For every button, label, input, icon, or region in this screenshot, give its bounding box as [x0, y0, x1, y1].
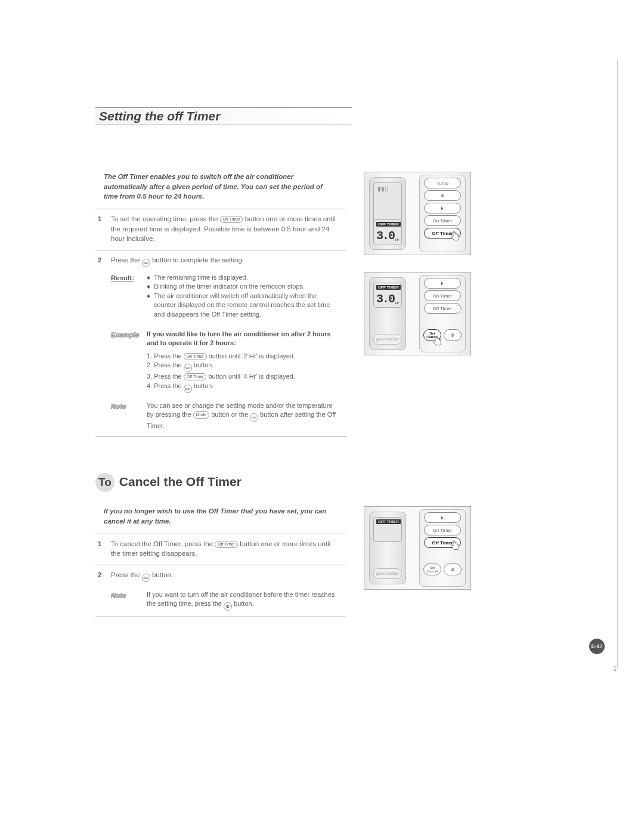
example-label: Example: [111, 330, 142, 340]
to-bubble: To: [95, 473, 114, 492]
left-column: The Off Timer enables you to switch off …: [95, 172, 346, 437]
bullet: The remaining time is displayed.: [147, 273, 338, 282]
page-number: 1: [613, 665, 617, 672]
remote-lcd-timer: OFF TIMER 3.0 Hr: [373, 219, 402, 244]
text: button.: [192, 361, 214, 368]
cancel-step-1: 1 To cancel the Off Timer, press the Off…: [95, 534, 346, 565]
section-header: Setting the off Timer: [95, 107, 352, 125]
cancel-note-block: Note If you want to turn off the air con…: [111, 590, 338, 611]
text: button until '2 Hr' is displayed.: [207, 352, 296, 360]
swing-button: ⏵: [424, 512, 461, 523]
step-body: Press the Set button to complete the set…: [111, 255, 338, 431]
cancel-intro: If you no longer wish to use the Off Tim…: [95, 506, 346, 534]
text: 4. Press the: [147, 382, 184, 389]
off-timer-button: Off Timer: [424, 303, 461, 314]
step-2: 2 Press the Set button to complete the s…: [95, 250, 346, 437]
result-block: Result: The remaining time is displayed.…: [111, 273, 338, 319]
text: button or the: [209, 411, 250, 418]
set-button-icon: Set: [184, 364, 192, 372]
remote-body-right: ⏵ On Timer Off Timer Set Cancel ⏻: [419, 275, 466, 352]
text: Press the: [111, 571, 142, 578]
text: To cancel the Off Timer, press the: [111, 540, 215, 547]
bullet: Blinking of the timer indicator on the r…: [147, 282, 338, 291]
lcd-hr: Hr: [395, 238, 399, 241]
text: 3. Press the: [147, 373, 184, 380]
text: 1. Press the: [147, 352, 184, 360]
step-number: 1: [98, 539, 111, 559]
off-timer-label-icon: Off Timer: [215, 541, 238, 548]
step-body: To set the operating time, press the Off…: [111, 214, 338, 244]
step-number: 2: [98, 570, 111, 611]
text: button until '4 Hr' is displayed.: [206, 373, 295, 380]
set-cancel-button: Set Cancel: [423, 563, 441, 575]
lcd-label: OFF TIMER: [376, 519, 401, 524]
step-1: 1 To set the operating time, press the O…: [95, 209, 346, 250]
temp-button-icon: +/-: [250, 413, 258, 422]
result-label: Result:: [111, 273, 142, 283]
text: To set the operating time, press the: [111, 215, 220, 222]
intro-text: The Off Timer enables you to switch off …: [95, 172, 346, 209]
lcd-digits: 3.0: [376, 292, 394, 306]
set-button-icon: Set: [142, 574, 150, 582]
example-line-1: 1. Press the On Timer button until '2 Hr…: [147, 352, 338, 361]
cancel-heading: To Cancel the Off Timer: [95, 473, 590, 492]
note-block: Note You can see or change the setting m…: [111, 401, 338, 431]
vertical-divider: [617, 60, 618, 668]
remote-body-right: Turbo ❄ ⏵ On Timer Off Timer: [419, 175, 466, 252]
remote-lcd-timer: OFF TIMER 3.0 Hr: [373, 283, 402, 308]
cool-button: ❄: [424, 190, 461, 201]
small-button-pair: Set Cancel ⏻: [423, 329, 462, 341]
turbo-button: Turbo: [424, 178, 461, 188]
lcd-hr: Hr: [395, 301, 399, 305]
power-button: ⏻: [444, 329, 462, 341]
lcd-label: OFF TIMER: [376, 222, 401, 227]
text: Press the: [111, 256, 142, 264]
remote-illustration-3: OFF TIMER good'sleep ⏵ On Timer Off Time…: [364, 506, 471, 590]
text: button to complete the setting.: [150, 256, 244, 264]
example-block: Example If you would like to turn the ai…: [111, 330, 338, 393]
page: Setting the off Timer The Off Timer enab…: [0, 0, 644, 833]
left-column-2: If you no longer wish to use the Off Tim…: [95, 506, 346, 617]
remote-lcd: ▮▮▯: [373, 182, 402, 223]
page-label-badge: E-17: [589, 639, 605, 654]
remote-illustration-1: ▮▮▯ OFF TIMER 3.0 Hr Turbo ❄ ⏵ On Timer: [364, 172, 471, 255]
remote-body-left: OFF TIMER good'sleep: [369, 512, 406, 584]
example-bold: If you would like to turn the air condit…: [147, 330, 338, 348]
page-title: Setting the off Timer: [99, 109, 352, 123]
note-label: Note: [111, 401, 142, 411]
lcd-digits: 3.0: [376, 229, 394, 243]
swing-button: ⏵: [424, 278, 461, 289]
remote-illustration-2: OFF TIMER 3.0 Hr good'sleep ⏵ On Timer O…: [364, 272, 471, 355]
bullet: The air conditioner will switch off auto…: [147, 292, 338, 319]
cancel-title: To Cancel the Off Timer: [95, 473, 590, 492]
note-label: Note: [111, 590, 142, 600]
on-timer-button: On Timer: [424, 290, 461, 301]
small-button-pair: Set Cancel ⏻: [423, 563, 462, 575]
mode-label-icon: Mode: [193, 411, 210, 419]
lcd-label: OFF TIMER: [376, 285, 401, 290]
remote-lcd-timer: OFF TIMER: [373, 517, 402, 542]
swing-button: ⏵: [424, 203, 461, 213]
text: button.: [232, 600, 254, 607]
power-button-icon: ⏻: [224, 602, 232, 611]
step-body: To cancel the Off Timer, press the Off T…: [111, 539, 338, 559]
content-area: Setting the off Timer The Off Timer enab…: [95, 107, 590, 617]
example-line-3: 3. Press the Off Timer button until '4 H…: [147, 372, 338, 381]
cancel-heading-text: Cancel the Off Timer: [116, 475, 242, 488]
set-button-icon: Set: [184, 385, 192, 393]
off-timer-label-icon: Off Timer: [184, 373, 207, 380]
main-row-1: The Off Timer enables you to switch off …: [95, 172, 590, 437]
note-content: If you want to turn off the air conditio…: [147, 590, 338, 611]
example-line-4: 4. Press the Set button.: [147, 382, 338, 393]
step-number: 1: [98, 214, 111, 244]
right-column-2: OFF TIMER good'sleep ⏵ On Timer Off Time…: [364, 506, 471, 617]
step-number: 2: [98, 255, 111, 431]
text: button.: [192, 382, 214, 389]
remote-body-left: OFF TIMER 3.0 Hr good'sleep: [369, 277, 406, 350]
cancel-step-2: 2 Press the Set button. Note If you want…: [95, 565, 346, 617]
example-line-2: 2. Press the Set button.: [147, 361, 338, 372]
text: 2. Press the: [147, 361, 184, 368]
off-timer-button: Off Timer: [424, 537, 461, 548]
right-column-1: ▮▮▯ OFF TIMER 3.0 Hr Turbo ❄ ⏵ On Timer: [364, 172, 471, 437]
remote-body-right: ⏵ On Timer Off Timer Set Cancel ⏻: [419, 509, 466, 587]
